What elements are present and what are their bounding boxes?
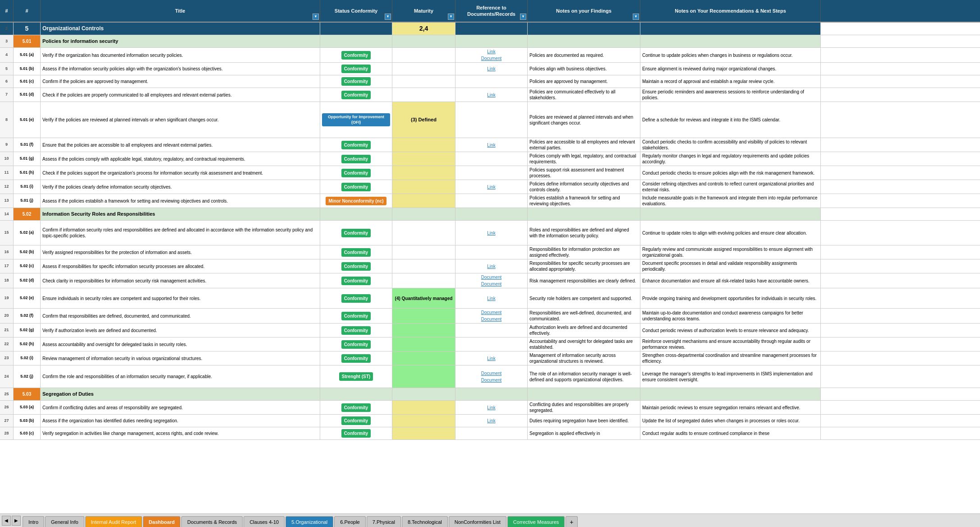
link-item[interactable]: Document (481, 274, 502, 280)
table-row: 12 5.01 (i) Verify if the policies clear… (0, 180, 980, 194)
row-num: 25 (0, 388, 14, 400)
finding-note: Policies are communicated effectively to… (528, 88, 640, 102)
finding-note: Policies comply with legal, regulatory, … (528, 152, 640, 166)
col-e-filter[interactable]: ▼ (385, 14, 391, 20)
tab-dashboard[interactable]: Dashboard (143, 516, 180, 527)
tab-8-technological[interactable]: 8.Technological (402, 516, 448, 527)
maturity-val (392, 365, 455, 388)
status-badge: Conformity (341, 183, 371, 191)
recommendation: Conduct periodic checks to ensure polici… (640, 166, 821, 180)
status-badge: Conformity (341, 51, 371, 60)
status-cell (320, 23, 392, 35)
status-badge-cell: Conformity (320, 273, 392, 288)
finding-note: The role of an information security mana… (528, 365, 640, 388)
row-num: 21 (0, 324, 14, 337)
finding-note: Policies are approved by management. (528, 75, 640, 88)
row-num: 6 (0, 75, 14, 88)
link-item[interactable]: Document (481, 377, 502, 383)
link-item[interactable]: Link (487, 49, 495, 55)
link-item[interactable]: Link (487, 405, 495, 411)
item-desc: Assess if the information security polic… (41, 63, 320, 75)
row-num: 20 (0, 309, 14, 323)
tab-clauses-4-10[interactable]: Clauses 4-10 (244, 516, 285, 527)
item-code: 5.01 (i) (14, 180, 41, 194)
link-item[interactable]: Document (481, 310, 502, 315)
status-badge-cell: Opportunity for Improvement (OFI) (320, 102, 392, 138)
link-item[interactable]: Link (487, 230, 495, 236)
maturity-val (392, 324, 455, 337)
tab-documents-records[interactable]: Documents & Records (181, 516, 243, 527)
item-desc: Check if the policies support the organi… (41, 166, 320, 180)
tab-intro[interactable]: Intro (23, 516, 44, 527)
finding-note: Management of information security acros… (528, 351, 640, 365)
status-badge: Conformity (341, 65, 371, 73)
status-cell (320, 208, 392, 220)
row-num: 17 (0, 259, 14, 273)
link-item[interactable]: Link (487, 184, 495, 190)
ref-cell (455, 23, 528, 35)
col-header-h: Notes on your Findings ▼ (528, 0, 640, 22)
tab-nonconformities-list[interactable]: NonConformities List (449, 516, 506, 527)
subsection-num: 5.02 (14, 208, 41, 220)
recommendation: Ensure alignment is reviewed during majo… (640, 63, 821, 75)
tab-general-info[interactable]: General Info (45, 516, 84, 527)
table-row: 16 5.02 (b) Verify assigned responsibili… (0, 245, 980, 259)
status-badge-cell: Strenght (ST) (320, 365, 392, 388)
tab-internal-audit-report[interactable]: Internal Audit Report (85, 516, 142, 527)
finding-note: Responsibilities for specific security p… (528, 259, 640, 273)
tab-add-new[interactable]: + (566, 516, 577, 527)
tab-6-people[interactable]: 6.People (334, 516, 365, 527)
finding-note: Responsibilities for information protect… (528, 245, 640, 259)
link-item[interactable]: Link (487, 356, 495, 361)
ref-links (455, 152, 528, 166)
status-badge-cell: Conformity (320, 221, 392, 245)
tab-5-organizational[interactable]: 5.Organizational (285, 516, 333, 527)
row-num: 14 (0, 208, 14, 220)
status-badge: Conformity (341, 294, 371, 303)
status-badge: Conformity (341, 340, 371, 349)
link-item[interactable]: Link (487, 296, 495, 301)
tab-7-physical[interactable]: 7.Physical (367, 516, 401, 527)
item-code: 5.01 (d) (14, 88, 41, 102)
notes-cell (528, 208, 640, 220)
finding-note: Policies are documented as required. (528, 48, 640, 62)
col-header-g: Reference to Documents/Records ▼ (455, 0, 528, 22)
finding-note: Segregation is applied effectively in (528, 427, 640, 439)
link-item[interactable]: Document (481, 316, 502, 322)
link-item[interactable]: Document (481, 281, 502, 287)
recommendation: Maintain periodic reviews to ensure segr… (640, 401, 821, 414)
maturity-val (392, 351, 455, 365)
status-badge-cell: Conformity (320, 63, 392, 75)
row-num: 5 (0, 63, 14, 75)
col-f-filter[interactable]: ▼ (448, 14, 454, 20)
link-item[interactable]: Link (487, 92, 495, 98)
col-d-filter[interactable]: ▼ (313, 14, 319, 20)
col-header-e: Status Conformity ▼ (320, 0, 392, 22)
link-item[interactable]: Document (481, 370, 502, 376)
link-item[interactable]: Link (487, 264, 495, 269)
tab-scroll-left[interactable]: ◀ (2, 516, 11, 526)
tab-bar: ◀ ▶ Intro General Info Internal Audit Re… (0, 513, 980, 527)
maturity-val (392, 152, 455, 166)
col-g-label: Reference to Documents/Records (456, 5, 526, 18)
notes-cell (528, 35, 640, 47)
ref-links (455, 324, 528, 337)
col-header-d: Title ▼ (41, 0, 320, 22)
subsection-title: Segregation of Duties (41, 388, 320, 400)
tab-corrective-measures[interactable]: Corrective Measures (507, 516, 565, 527)
col-h-filter[interactable]: ▼ (633, 14, 639, 20)
subsection-num: 5.03 (14, 388, 41, 400)
row-num: 16 (0, 245, 14, 259)
status-badge: Conformity (341, 403, 371, 412)
link-item[interactable]: Document (481, 55, 502, 61)
col-g-filter[interactable]: ▼ (520, 14, 526, 20)
link-item[interactable]: Link (487, 418, 495, 424)
item-code: 5.02 (a) (14, 221, 41, 245)
item-desc: Ensure that the policies are accessible … (41, 138, 320, 152)
table-row: 14 5.02 Information Security Roles and R… (0, 208, 980, 221)
tab-scroll-right[interactable]: ▶ (12, 516, 21, 526)
item-code: 5.02 (i) (14, 351, 41, 365)
maturity-val (392, 401, 455, 414)
link-item[interactable]: Link (487, 66, 495, 72)
link-item[interactable]: Link (487, 142, 495, 148)
